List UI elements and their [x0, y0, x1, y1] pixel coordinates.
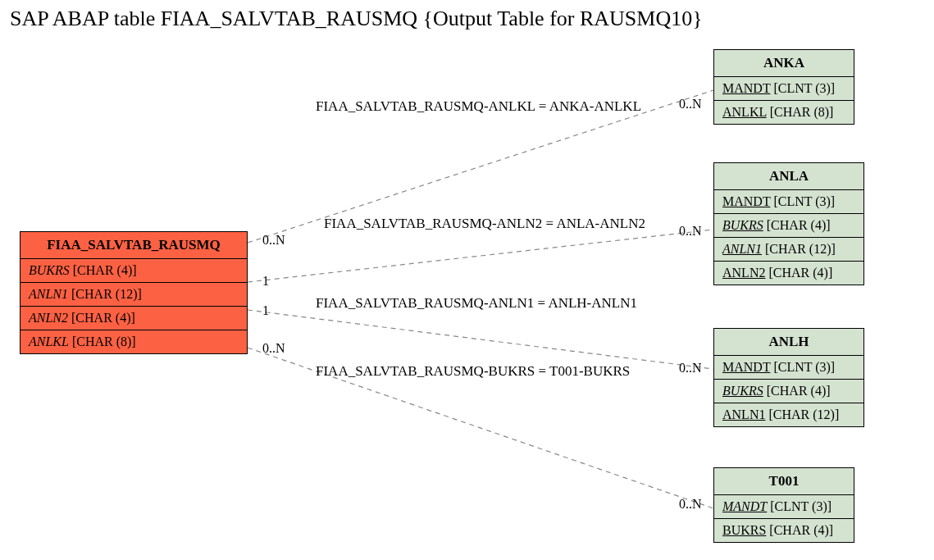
entity-main-field: BUKRS [CHAR (4)]	[21, 259, 247, 283]
diagram-title: SAP ABAP table FIAA_SALVTAB_RAUSMQ {Outp…	[10, 7, 703, 31]
cardinality-right-r4: 0..N	[679, 497, 702, 512]
entity-anlh-field: BUKRS [CHAR (4)]	[714, 380, 863, 403]
entity-anlh-field: ANLN1 [CHAR (12)]	[714, 403, 863, 426]
entity-anla-field: MANDT [CLNT (3)]	[714, 190, 863, 214]
entity-t001-header: T001	[714, 468, 854, 495]
svg-line-1	[248, 230, 713, 282]
entity-main-header: FIAA_SALVTAB_RAUSMQ	[21, 232, 247, 259]
entity-t001: T001 MANDT [CLNT (3)] BUKRS [CHAR (4)]	[713, 467, 854, 543]
entity-anla-field: BUKRS [CHAR (4)]	[714, 214, 863, 238]
entity-main: FIAA_SALVTAB_RAUSMQ BUKRS [CHAR (4)] ANL…	[20, 231, 248, 354]
relation-label-anlh: FIAA_SALVTAB_RAUSMQ-ANLN1 = ANLH-ANLN1	[316, 295, 637, 312]
entity-anla-header: ANLA	[714, 163, 863, 190]
entity-anla-field: ANLN1 [CHAR (12)]	[714, 238, 863, 262]
entity-t001-field: BUKRS [CHAR (4)]	[714, 519, 854, 542]
cardinality-right-r3: 0..N	[679, 361, 702, 376]
entity-anla-field: ANLN2 [CHAR (4)]	[714, 262, 863, 285]
cardinality-right-r1: 0..N	[679, 97, 702, 112]
entity-anka-header: ANKA	[714, 50, 854, 77]
relation-label-anka: FIAA_SALVTAB_RAUSMQ-ANLKL = ANKA-ANLKL	[316, 98, 641, 115]
svg-line-2	[248, 310, 713, 369]
entity-anlh: ANLH MANDT [CLNT (3)] BUKRS [CHAR (4)] A…	[713, 328, 864, 427]
entity-t001-field: MANDT [CLNT (3)]	[714, 495, 854, 519]
cardinality-left-r3: 1	[262, 303, 269, 318]
cardinality-left-r1: 0..N	[262, 233, 285, 248]
cardinality-left-r4: 0..N	[262, 341, 285, 356]
relation-label-t001: FIAA_SALVTAB_RAUSMQ-BUKRS = T001-BUKRS	[316, 363, 630, 380]
entity-anla: ANLA MANDT [CLNT (3)] BUKRS [CHAR (4)] A…	[713, 162, 864, 285]
entity-anka-field: MANDT [CLNT (3)]	[714, 77, 854, 101]
cardinality-left-r2: 1	[262, 274, 269, 289]
entity-anlh-field: MANDT [CLNT (3)]	[714, 356, 863, 380]
entity-anka: ANKA MANDT [CLNT (3)] ANLKL [CHAR (8)]	[713, 49, 854, 125]
relation-label-anla: FIAA_SALVTAB_RAUSMQ-ANLN2 = ANLA-ANLN2	[324, 216, 645, 232]
entity-main-field: ANLN1 [CHAR (12)]	[21, 283, 247, 307]
entity-anlh-header: ANLH	[714, 329, 863, 356]
entity-main-field: ANLN2 [CHAR (4)]	[21, 307, 247, 330]
cardinality-right-r2: 0..N	[679, 224, 702, 239]
entity-main-field: ANLKL [CHAR (8)]	[21, 330, 247, 353]
entity-anka-field: ANLKL [CHAR (8)]	[714, 101, 854, 124]
